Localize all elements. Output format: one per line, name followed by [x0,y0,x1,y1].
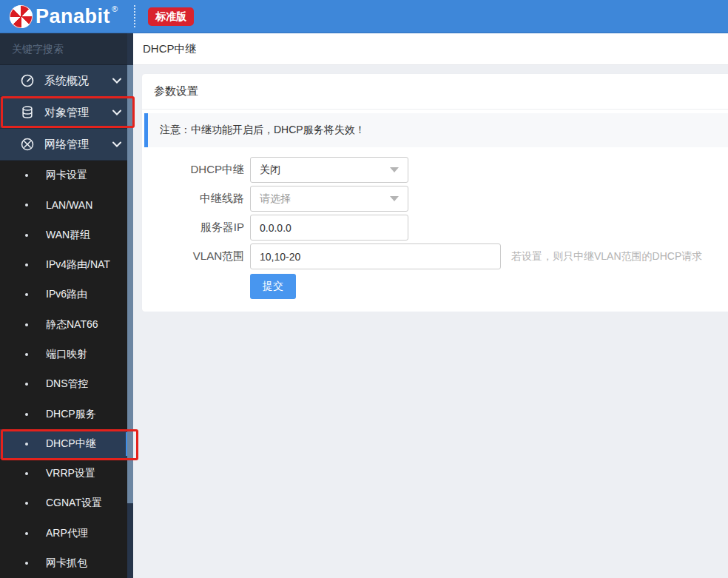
dhcp-relay-form: DHCP中继 关闭 中继线路 请选择 服务器IP VLAN范围 [142,147,728,299]
bullet-icon [25,204,28,206]
search-input[interactable] [0,43,146,55]
sidebar-item-object-management[interactable]: 对象管理 [0,97,133,129]
page-header: DHCP中继 [133,33,728,65]
form-row: 服务器IP [142,215,728,241]
bullet-icon [25,502,28,505]
sidebar-item-wan-group[interactable]: WAN群组 [0,221,133,250]
registered-mark: ® [112,4,118,13]
bullet-icon [25,472,28,475]
server-ip-label: 服务器IP [142,221,244,235]
dhcp-relay-select[interactable]: 关闭 [250,157,408,183]
panel-title: 参数设置 [142,74,728,110]
vlan-range-hint: 若设置，则只中继VLAN范围的DHCP请求 [511,250,702,263]
bullet-icon [25,353,28,356]
select-value: 请选择 [260,192,390,206]
chevron-down-icon [390,196,399,201]
panabit-logo-icon [10,5,33,28]
sidebar-sub-menu: 网卡设置 LAN/WAN WAN群组 IPv4路由/NAT IPv6路由 静态N… [0,161,133,578]
network-icon [20,137,35,152]
sidebar-item-system-overview[interactable]: 系统概况 [0,65,133,97]
notice-banner: 注意：中继功能开启后，DHCP服务将失效！ [144,113,728,147]
form-row: DHCP中继 关闭 [142,157,728,183]
sidebar-item-label: 对象管理 [44,106,112,120]
relay-line-select[interactable]: 请选择 [250,186,408,212]
chevron-down-icon [112,78,121,84]
sidebar-item-ipv6-route[interactable]: IPv6路由 [0,280,133,309]
topbar: Panabit ® 标准版 [0,0,728,33]
settings-card: 参数设置 注意：中继功能开启后，DHCP服务将失效！ DHCP中继 关闭 中继线… [142,74,728,312]
page-title: DHCP中继 [143,42,197,56]
sidebar-search [0,33,133,65]
form-row: 中继线路 请选择 [142,186,728,212]
dhcp-relay-label: DHCP中继 [142,163,244,177]
vlan-range-input[interactable] [250,243,501,269]
bullet-icon [25,532,28,535]
notice-text: 注意：中继功能开启后，DHCP服务将失效！ [160,124,365,135]
form-row: 提交 [142,274,728,299]
submit-button[interactable]: 提交 [250,274,296,299]
sidebar-item-dhcp-relay[interactable]: DHCP中继 [0,429,133,459]
sidebar-item-port-mapping[interactable]: 端口映射 [0,340,133,369]
sidebar-top-menu: 系统概况 对象管理 [0,65,133,161]
select-value: 关闭 [260,164,390,177]
bullet-icon [25,562,28,565]
sidebar-item-network-management[interactable]: 网络管理 [0,129,133,161]
bullet-icon [25,293,28,296]
edition-badge: 标准版 [148,7,194,26]
relay-line-label: 中继线路 [142,192,244,206]
chevron-down-icon [112,110,121,115]
bullet-icon [25,263,28,266]
sidebar-scrollbar[interactable] [127,33,133,578]
sidebar-item-lan-wan[interactable]: LAN/WAN [0,190,133,220]
gauge-icon [20,73,35,88]
main-content: DHCP中继 参数设置 注意：中继功能开启后，DHCP服务将失效！ DHCP中继… [133,33,728,578]
chevron-down-icon [390,167,399,172]
bullet-icon [25,383,28,386]
sidebar-item-dns-control[interactable]: DNS管控 [0,369,133,399]
bullet-icon [25,413,28,416]
sidebar: 系统概况 对象管理 [0,33,133,578]
sidebar-item-nic-settings[interactable]: 网卡设置 [0,161,133,190]
vlan-range-label: VLAN范围 [142,249,244,263]
bullet-icon [25,174,28,177]
sidebar-item-label: 网络管理 [44,138,112,152]
brand: Panabit ® [10,4,118,29]
chevron-down-icon [112,141,121,147]
sidebar-item-dhcp-service[interactable]: DHCP服务 [0,399,133,429]
sidebar-item-vrrp-settings[interactable]: VRRP设置 [0,459,133,488]
server-ip-input[interactable] [250,215,408,241]
brand-name: Panabit [36,4,110,29]
bullet-icon [25,443,28,446]
scrollbar-thumb[interactable] [127,65,133,503]
topbar-divider [134,5,135,27]
sidebar-item-label: 系统概况 [44,74,112,88]
sidebar-item-arp-proxy[interactable]: ARP代理 [0,519,133,548]
database-icon [20,105,35,120]
sidebar-item-packet-capture[interactable]: 网卡抓包 [0,548,133,578]
bullet-icon [25,323,28,326]
form-row: VLAN范围 若设置，则只中继VLAN范围的DHCP请求 [142,243,728,269]
sidebar-item-ipv4-route-nat[interactable]: IPv4路由/NAT [0,250,133,280]
sidebar-item-static-nat66[interactable]: 静态NAT66 [0,309,133,339]
sidebar-item-cgnat-settings[interactable]: CGNAT设置 [0,488,133,518]
bullet-icon [25,234,28,237]
